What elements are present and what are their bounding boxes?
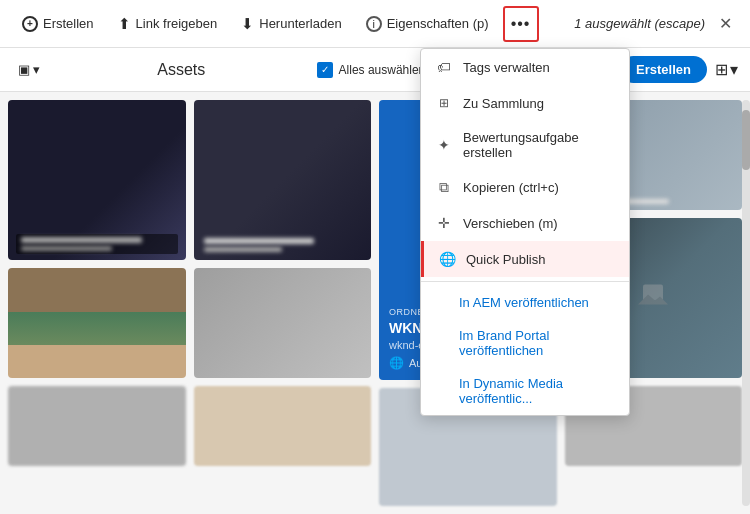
move-label: Verschieben (m) bbox=[463, 216, 558, 231]
scrollbar[interactable] bbox=[742, 100, 750, 506]
dots-icon: ••• bbox=[511, 15, 531, 33]
quickpublish-label: Quick Publish bbox=[466, 252, 545, 267]
alles-auswaehlen-label: Alles auswählen bbox=[339, 63, 426, 77]
asset-card[interactable] bbox=[194, 100, 372, 260]
quickpublish-icon: 🌐 bbox=[438, 250, 456, 268]
folder-status-icon: 🌐 bbox=[389, 356, 404, 370]
create-label: Erstellen bbox=[636, 62, 691, 77]
view-chevron-icon: ▾ bbox=[730, 60, 738, 79]
aem-label: In AEM veröffentlichen bbox=[459, 295, 589, 310]
copy-icon: ⧉ bbox=[435, 178, 453, 196]
erstellen-button[interactable]: + Erstellen bbox=[12, 10, 104, 38]
link-freigeben-label: Link freigeben bbox=[136, 16, 218, 31]
move-icon: ✛ bbox=[435, 214, 453, 232]
dropdown-item-review[interactable]: ✦ Bewertungsaufgabe erstellen bbox=[421, 121, 629, 169]
plus-icon: + bbox=[22, 16, 38, 32]
sidebar-chevron-icon: ▾ bbox=[33, 62, 40, 77]
collection-label: Zu Sammlung bbox=[463, 96, 544, 111]
close-selection-button[interactable]: ✕ bbox=[713, 12, 738, 35]
eigenschaften-button[interactable]: i Eigenschaften (p) bbox=[356, 10, 499, 38]
herunterladen-label: Herunterladen bbox=[259, 16, 341, 31]
assets-title: Assets bbox=[54, 61, 309, 79]
tags-label: Tags verwalten bbox=[463, 60, 550, 75]
grid-view-icon: ⊞ bbox=[715, 60, 728, 79]
dropdown-item-copy[interactable]: ⧉ Kopieren (ctrl+c) bbox=[421, 169, 629, 205]
toolbar-right: 1 ausgewählt (escape) ✕ bbox=[574, 12, 738, 35]
view-toggle-button[interactable]: ⊞ ▾ bbox=[715, 60, 738, 79]
grid-col-1 bbox=[8, 100, 186, 506]
asset-card[interactable] bbox=[8, 268, 186, 378]
top-toolbar: + Erstellen ⬆ Link freigeben ⬇ Herunterl… bbox=[0, 0, 750, 48]
dropdown-item-aem[interactable]: In AEM veröffentlichen bbox=[421, 286, 629, 319]
selected-count-text: 1 ausgewählt (escape) bbox=[574, 16, 705, 31]
sidebar-toggle-button[interactable]: ▣ ▾ bbox=[12, 58, 46, 81]
tag-icon: 🏷 bbox=[435, 58, 453, 76]
menu-separator bbox=[421, 281, 629, 282]
dropdown-item-move[interactable]: ✛ Verschieben (m) bbox=[421, 205, 629, 241]
copy-label: Kopieren (ctrl+c) bbox=[463, 180, 559, 195]
dropdown-item-brand[interactable]: Im Brand Portal veröffentlichen bbox=[421, 319, 629, 367]
review-label: Bewertungsaufgabe erstellen bbox=[463, 130, 615, 160]
create-button[interactable]: Erstellen bbox=[620, 56, 707, 83]
dropdown-item-dynamic[interactable]: In Dynamic Media veröffentlic... bbox=[421, 367, 629, 415]
select-all-checkbox[interactable]: ✓ bbox=[317, 62, 333, 78]
dropdown-item-tags[interactable]: 🏷 Tags verwalten bbox=[421, 49, 629, 85]
dropdown-menu: 🏷 Tags verwalten ⊞ Zu Sammlung ✦ Bewertu… bbox=[420, 48, 630, 416]
dropdown-item-collection[interactable]: ⊞ Zu Sammlung bbox=[421, 85, 629, 121]
share-icon: ⬆ bbox=[118, 15, 131, 33]
link-freigeben-button[interactable]: ⬆ Link freigeben bbox=[108, 9, 228, 39]
review-icon: ✦ bbox=[435, 136, 453, 154]
asset-card[interactable] bbox=[194, 268, 372, 378]
asset-card[interactable] bbox=[194, 386, 372, 466]
scrollbar-thumb bbox=[742, 110, 750, 170]
eigenschaften-label: Eigenschaften (p) bbox=[387, 16, 489, 31]
collection-icon: ⊞ bbox=[435, 94, 453, 112]
grid-col-2 bbox=[194, 100, 372, 506]
info-icon: i bbox=[366, 16, 382, 32]
asset-grid: ORDNER WKND Events wknd-events 🌐 Aussteh… bbox=[0, 92, 750, 514]
dynamic-label: In Dynamic Media veröffentlic... bbox=[459, 376, 615, 406]
brand-label: Im Brand Portal veröffentlichen bbox=[459, 328, 615, 358]
asset-card[interactable] bbox=[8, 386, 186, 466]
more-options-button[interactable]: ••• bbox=[503, 6, 539, 42]
close-icon: ✕ bbox=[719, 15, 732, 32]
erstellen-label: Erstellen bbox=[43, 16, 94, 31]
download-icon: ⬇ bbox=[241, 15, 254, 33]
asset-card[interactable] bbox=[8, 100, 186, 260]
secondary-toolbar: ▣ ▾ Assets ✓ Alles auswählen 17 von 17 S… bbox=[0, 48, 750, 92]
dropdown-item-quickpublish[interactable]: 🌐 Quick Publish bbox=[421, 241, 629, 277]
sidebar-icon: ▣ bbox=[18, 62, 30, 77]
herunterladen-button[interactable]: ⬇ Herunterladen bbox=[231, 9, 351, 39]
